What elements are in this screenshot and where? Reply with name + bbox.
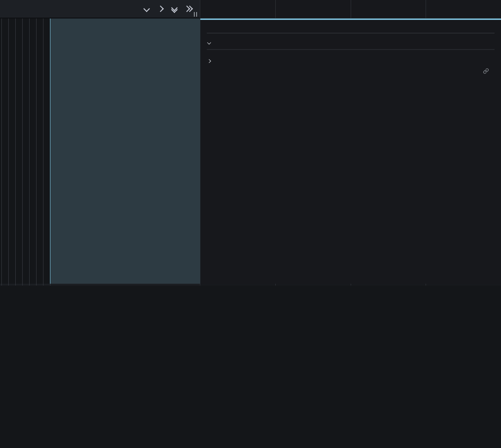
span-attributes-table	[207, 49, 495, 50]
divider	[207, 33, 495, 33]
chevron-down-icon[interactable]	[140, 2, 154, 15]
clipped-row	[0, 284, 501, 286]
clipped-time-cell	[200, 284, 501, 286]
link-icon[interactable]	[483, 68, 489, 74]
spanid-row	[207, 68, 495, 74]
detail-indent-guides	[0, 19, 50, 284]
span-detail-panel	[200, 19, 501, 284]
header-row	[0, 0, 501, 19]
chevron-right-icon[interactable]	[154, 2, 167, 15]
panel-resize-handle[interactable]	[194, 12, 197, 17]
double-chevron-down-icon[interactable]	[167, 2, 181, 15]
tree-indent-guides	[0, 284, 56, 286]
double-chevron-right-icon[interactable]	[181, 2, 195, 15]
detail-left-fill	[50, 19, 200, 284]
span-attributes-header[interactable]	[208, 41, 495, 44]
timeline-header[interactable]	[200, 0, 501, 19]
clipped-tree-cell	[0, 284, 200, 286]
chevron-down-icon	[207, 41, 211, 44]
left-panel-header	[0, 0, 200, 19]
chevron-right-icon	[207, 59, 211, 63]
span-detail-row	[0, 19, 501, 284]
trace-viewer	[0, 0, 501, 448]
resource-attributes-row[interactable]	[207, 60, 495, 62]
detail-header	[207, 25, 495, 26]
